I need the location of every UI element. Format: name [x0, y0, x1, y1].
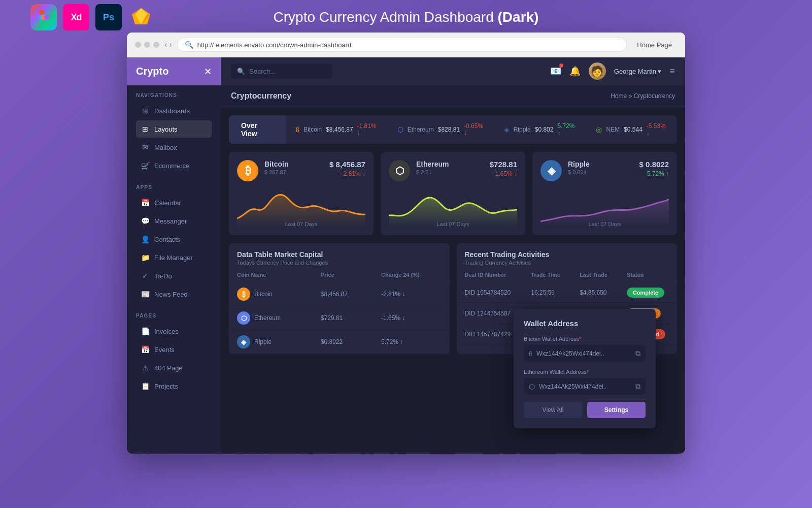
ripple-small-icon: ◈ [237, 335, 250, 348]
coin-cards: ₿ Bitcoin $ 267.87 $ 8,456.87 - 2.81% ↓ [229, 152, 677, 235]
todo-icon: ✓ [141, 272, 149, 280]
ethereum-change: - 1.65% ↓ [490, 170, 517, 177]
sidebar-item-projects[interactable]: 📋 Projects [136, 377, 212, 395]
ethereum-subtitle: $ 2.51 [416, 169, 490, 175]
ecommerce-icon: 🛒 [141, 162, 149, 170]
market-table-subtitle: Todays Currency Price and Changes [237, 260, 442, 266]
mailbox-icon: ✉ [141, 143, 149, 151]
ethereum-ticker-change: -0.65% ↓ [464, 122, 484, 137]
browser-url-bar[interactable]: 🔍 http:// elements.envato.com/crown-admi… [177, 38, 627, 52]
nav-back[interactable]: ‹ [164, 40, 167, 49]
overview-tabs: Over View ₿ Bitcoin $8,456.87 -1.81% ↓ ⬡ [229, 115, 677, 144]
ethereum-icon: ⬡ [389, 160, 410, 181]
sidebar-item-contacts[interactable]: 👤 Contacts [136, 231, 212, 248]
user-name[interactable]: George Martin ▾ [614, 68, 662, 75]
bitcoin-chart-label: Last 07 Days [285, 221, 317, 227]
notification-email-icon[interactable]: 📧 [550, 66, 561, 77]
bitcoin-subtitle: $ 267.87 [264, 169, 329, 175]
sidebar-section-pages: PAGES 📄 Invoices 📅 Events ⚠ 404 Page 📋 P… [127, 306, 221, 398]
bitcoin-ticker-change: -1.81% ↓ [357, 122, 377, 137]
svg-point-1 [44, 15, 49, 20]
deal-id-3: DID 1457787429 [457, 324, 523, 345]
col-price: Price [313, 268, 373, 282]
ethereum-wallet-input[interactable]: ⬡ Wxz144Ak25Wxi474dei.. ⧉ [524, 378, 646, 395]
sidebar-item-messanger[interactable]: 💬 Messanger [136, 212, 212, 230]
avatar-image: 🧑 [591, 65, 603, 77]
pages-section-label: PAGES [136, 313, 212, 319]
bitcoin-change: - 2.81% ↓ [329, 170, 365, 177]
view-all-button[interactable]: View All [524, 402, 582, 418]
invoices-label: Invoices [154, 328, 179, 335]
ethereum-ticker-icon: ⬡ [397, 125, 403, 134]
search-icon: 🔍 [237, 68, 245, 75]
ethereum-ticker-name: Ethereum [408, 126, 434, 133]
col-coin-name: Coin Name [229, 268, 313, 282]
bitcoin-wallet-input[interactable]: ₿ Wxz144Ak25Wxi474dei.. ⧉ [524, 345, 646, 362]
ripple-ticker-price: $0.802 [535, 126, 554, 133]
ethereum-copy-icon[interactable]: ⧉ [635, 382, 640, 391]
trade-time-1: 16:25:59 [523, 282, 571, 303]
nav-right: 📧 🔔 🧑 George Martin ▾ ≡ [550, 62, 675, 80]
market-table-title: Data Table Market Capital [237, 250, 442, 259]
table-row: ⬡ Ethereum $729.81 -1.65% ↓ [229, 306, 450, 330]
sidebar-close-button[interactable]: ✕ [204, 66, 212, 77]
ripple-chart-label: Last 07 Days [588, 221, 621, 227]
dashboards-icon: ⊞ [141, 107, 149, 115]
messanger-icon: 💬 [141, 217, 149, 225]
bitcoin-coin-cell: ₿ Bitcoin [229, 282, 313, 306]
ethereum-price: $728.81 [490, 160, 517, 169]
bitcoin-ticker-icon: ₿ [296, 125, 299, 134]
sidebar-item-mailbox[interactable]: ✉ Mailbox [136, 139, 212, 156]
ripple-ticker[interactable]: ◈ Ripple $0.802 5.72% ↑ [494, 122, 586, 137]
calendar-label: Calendar [154, 199, 181, 207]
ethereum-ticker[interactable]: ⬡ Ethereum $828.81 -0.65% ↓ [387, 122, 494, 137]
sidebar-item-newsfeed[interactable]: 📰 News Feed [136, 285, 212, 303]
ripple-chart: Last 07 Days [540, 186, 669, 227]
sidebar-item-file-manager[interactable]: 📁 File Manager [136, 249, 212, 266]
top-navbar: 🔍 Search... 📧 🔔 🧑 George Martin ▾ [221, 57, 685, 85]
breadcrumb: Home » Cryptocurrency [611, 92, 675, 100]
nav-section-label: NAVIGATIONS [136, 92, 212, 98]
ethereum-price-info: $728.81 - 1.65% ↓ [490, 160, 517, 177]
ethereum-price-cell: $729.81 [313, 306, 373, 330]
bitcoin-wallet-value: Wxz144Ak25Wxi474dei.. [536, 350, 631, 357]
browser-nav[interactable]: ‹ › [164, 40, 172, 49]
ripple-ticker-icon: ◈ [504, 125, 510, 134]
sidebar-item-dashboards[interactable]: ⊞ Dashboards [136, 102, 212, 119]
ethereum-card-header: ⬡ Ethereum $ 2.51 $728.81 - 1.65% ↓ [389, 160, 517, 181]
top-bar: Xd Ps Crypto Currency Admin Dashboard (D… [0, 0, 812, 33]
settings-button[interactable]: Settings [587, 402, 646, 418]
invoices-icon: 📄 [141, 327, 149, 335]
nem-ticker[interactable]: ◎ NEM $0.544 -5.53% ↓ [586, 122, 677, 137]
sidebar-item-calendar[interactable]: 📅 Calendar [136, 194, 212, 211]
apps-section-label: APPS [136, 184, 212, 190]
ps-icon: Ps [95, 4, 122, 30]
ripple-name: Ripple [568, 160, 639, 168]
overview-tab[interactable]: Over View [229, 115, 286, 144]
hamburger-menu[interactable]: ≡ [669, 66, 675, 77]
events-icon: 📅 [141, 345, 149, 354]
last-trade-1: $4,85,650 [571, 282, 619, 303]
sidebar-item-layouts[interactable]: ⊞ Layouts [136, 120, 212, 138]
sidebar-item-invoices[interactable]: 📄 Invoices [136, 323, 212, 340]
projects-icon: 📋 [141, 382, 149, 390]
sidebar-item-todo[interactable]: ✓ To-Do [136, 267, 212, 284]
sidebar-item-events[interactable]: 📅 Events [136, 341, 212, 358]
sidebar-item-ecommerce[interactable]: 🛒 Ecommerce [136, 157, 212, 174]
bitcoin-ticker[interactable]: ₿ Bitcoin $8,456.87 -1.81% ↓ [286, 122, 387, 137]
table-row: ₿ Bitcoin $8,456.87 -2.81% ↓ [229, 282, 450, 306]
todo-label: To-Do [154, 272, 172, 280]
ecommerce-label: Ecommerce [154, 162, 189, 170]
ethereum-coin-cell: ⬡ Ethereum [229, 306, 313, 330]
ethereum-small-icon: ⬡ [237, 311, 250, 325]
ripple-ticker-name: Ripple [514, 126, 531, 133]
ripple-coin-cell: ◈ Ripple [229, 330, 313, 354]
bitcoin-price: $ 8,456.87 [329, 160, 365, 169]
sidebar-item-404[interactable]: ⚠ 404 Page [136, 359, 212, 376]
bitcoin-copy-icon[interactable]: ⧉ [635, 349, 640, 358]
ripple-info: Ripple $ 0.694 [568, 160, 639, 175]
nav-forward[interactable]: › [169, 40, 172, 49]
search-bar[interactable]: 🔍 Search... [231, 64, 332, 79]
notification-bell-icon[interactable]: 🔔 [569, 66, 581, 77]
calendar-icon: 📅 [141, 199, 149, 207]
